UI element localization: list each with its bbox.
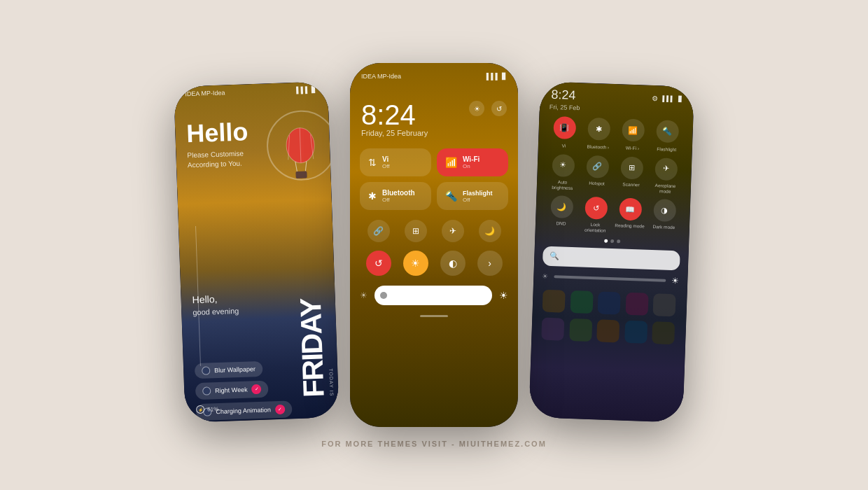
qs-item-vibrate[interactable]: 📳	[548, 116, 580, 140]
menu-label-blur: Blur Wallpaper	[214, 365, 255, 374]
brightness-low-icon: ☀	[360, 290, 368, 300]
status-bar-2: IDEA MP-Idea ▌▌▌ ▊	[350, 63, 518, 81]
bt-name: Bluetooth	[382, 189, 415, 197]
qs-brightness-slider[interactable]	[554, 275, 666, 282]
label-fl: Flashlight	[651, 146, 682, 153]
bluetooth-text: Bluetooth Off	[382, 189, 415, 203]
bt-status: Off	[382, 197, 415, 203]
scanner-icon[interactable]: ⊞	[405, 220, 427, 242]
app-icon-3[interactable]	[598, 291, 621, 314]
battery-circle: ⚡	[196, 405, 204, 414]
signal-2: ▌▌▌	[486, 73, 500, 80]
brightness-icon[interactable]: ☀	[469, 101, 484, 116]
battery-icon-1: ▊	[312, 86, 316, 93]
qs-item-lock-orient[interactable]: ↺	[580, 197, 612, 220]
media-next-btn[interactable]: ›	[477, 251, 503, 276]
scanner-icon-3: ⊞	[620, 156, 643, 179]
moon-icon[interactable]: 🌙	[479, 220, 501, 242]
qs-search-bar[interactable]: 🔍	[542, 246, 680, 271]
flashlight-icon-3: 🔦	[656, 120, 679, 143]
cc-brightness-row: ☀ ☀	[350, 280, 518, 311]
dot-1	[604, 239, 608, 243]
qs-item-airplane[interactable]: ✈	[650, 158, 682, 181]
app-icon-1[interactable]	[542, 290, 566, 313]
signal-icon-1: ▌▌▌	[296, 86, 309, 94]
flashlight-icon: 🔦	[445, 190, 457, 202]
menu-label-week: Right Week	[215, 386, 248, 395]
qs-app-grid-2	[531, 317, 686, 345]
app-name-1: IDEA MP-Idea	[185, 89, 225, 97]
qs-top-icons: ⚙ ▌▌▌ ▊	[652, 94, 682, 104]
app-icon-5[interactable]	[653, 293, 676, 316]
brightness-high-3: ☀	[671, 276, 679, 286]
app-icon-10[interactable]	[652, 321, 676, 344]
qs-item-reading[interactable]: 📖	[614, 198, 646, 222]
brightness-indicator	[380, 292, 387, 299]
app-icon-9[interactable]	[624, 321, 648, 344]
wifi-status: On	[463, 163, 479, 169]
vibrate-icon: 📳	[553, 116, 576, 139]
friday-text: FRIDAY	[298, 298, 328, 398]
qs-item-bluetooth[interactable]: ✱	[582, 117, 615, 141]
menu-item-week[interactable]: Right Week ✓	[195, 381, 269, 400]
wifi-icon-3: 📶	[622, 118, 645, 141]
qs-item-scanner[interactable]: ⊞	[615, 156, 648, 180]
qs-item-wifi[interactable]: 📶	[617, 118, 649, 142]
label-lock: Lock orientation	[580, 222, 612, 234]
bt-icon-3: ✱	[587, 118, 610, 141]
search-icon-3: 🔍	[550, 251, 559, 260]
qs-item-dark[interactable]: ◑	[648, 199, 680, 223]
app-icon-2[interactable]	[570, 290, 593, 314]
check-charging: ✓	[275, 405, 285, 414]
media-refresh-btn[interactable]: ↺	[366, 251, 391, 276]
fl-status: Off	[463, 197, 493, 203]
brightness-high-icon: ☀	[499, 290, 508, 301]
label-airplane: Aeroplane mode	[650, 183, 682, 195]
vi-status: Off	[382, 163, 390, 169]
tile-vi[interactable]: ⇅ Vi Off	[360, 148, 431, 176]
settings-icon[interactable]: ↺	[491, 101, 507, 116]
media-half-btn[interactable]: ◐	[440, 251, 465, 276]
qs-app-grid	[532, 284, 687, 323]
qs-row1: 📳 ✱ 📶 🔦	[538, 111, 693, 148]
airplane-icon[interactable]: ✈	[442, 220, 464, 242]
brightness-slider[interactable]	[374, 286, 492, 305]
tile-flashlight[interactable]: 🔦 Flashlight Off	[437, 182, 508, 210]
status-icons-1: ▌▌▌ ▊	[296, 86, 316, 94]
tile-wifi[interactable]: 📶 Wi-Fi On	[437, 148, 508, 176]
airplane-icon-3: ✈	[654, 158, 678, 181]
qs-item-dnd[interactable]: 🌙	[545, 195, 578, 219]
wifi-icon: 📶	[445, 157, 457, 168]
settings-3-icon: ⚙	[652, 94, 658, 102]
app-name-2: IDEA MP-Idea	[361, 73, 401, 80]
reading-icon: 📖	[619, 198, 642, 221]
cc-top-icons: ☀ ↺	[469, 101, 507, 116]
label-dark: Dark mode	[648, 224, 680, 236]
app-icon-6[interactable]	[541, 318, 564, 341]
app-icon-4[interactable]	[625, 293, 648, 316]
menu-dot-blur	[202, 366, 210, 374]
label-hotspot: Hotspot	[581, 180, 613, 192]
qs-item-brightness[interactable]: ☀	[547, 154, 579, 178]
hotspot-icon: 🔗	[586, 155, 609, 178]
bluetooth-icon: ✱	[368, 190, 377, 202]
battery-percent: 61%	[207, 406, 218, 413]
tile-bluetooth[interactable]: ✱ Bluetooth Off	[360, 182, 431, 210]
time-3: 8:24	[551, 88, 576, 103]
link-icon[interactable]: 🔗	[368, 220, 390, 242]
svg-line-6	[305, 161, 307, 171]
wifi-name: Wi-Fi	[463, 155, 479, 163]
app-icon-7[interactable]	[569, 318, 592, 342]
today-is-text: TODAY IS	[328, 368, 334, 396]
menu-item-blur[interactable]: Blur Wallpaper	[195, 361, 262, 379]
cc-row-icons: 🔗 ⊞ ✈ 🌙	[350, 216, 518, 246]
cc-tiles-grid: ⇅ Vi Off 📶 Wi-Fi On ✱	[350, 143, 518, 216]
label-scanner: Scanner	[615, 181, 648, 193]
qs-item-hotspot[interactable]: 🔗	[581, 155, 613, 178]
label-bt: Bluetooth ›	[582, 144, 614, 150]
app-icon-8[interactable]	[596, 319, 620, 342]
qs-item-flashlight[interactable]: 🔦	[651, 120, 683, 144]
battery-2: ▊	[502, 73, 507, 80]
media-sun-btn[interactable]: ☀	[403, 251, 428, 276]
auto-brightness-icon: ☀	[552, 154, 575, 177]
